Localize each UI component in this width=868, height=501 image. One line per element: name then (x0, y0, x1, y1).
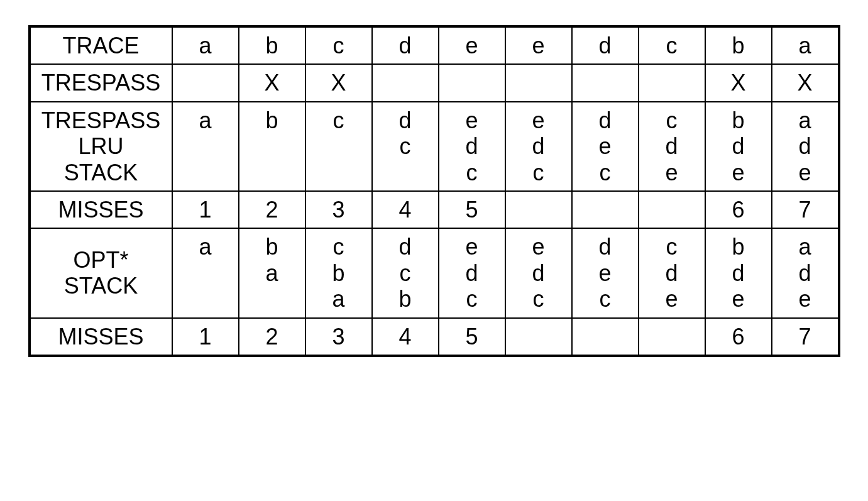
row-label: TRACE (30, 26, 172, 64)
table-row: MISSES1234567 (30, 191, 839, 228)
table-cell: 2 (239, 318, 305, 356)
table-cell (505, 318, 572, 356)
table-cell: a (172, 102, 239, 191)
table-cell: edc (505, 102, 572, 191)
table-cell: c (305, 26, 372, 64)
table-cell (639, 64, 705, 101)
table-cell: 5 (439, 318, 505, 356)
table-cell: X (705, 64, 772, 101)
table-cell: cde (639, 228, 705, 317)
row-label: OPT*STACK (30, 228, 172, 317)
table-cell (572, 64, 639, 101)
table-row: MISSES1234567 (30, 318, 839, 356)
table-cell: 3 (305, 191, 372, 228)
table-cell: ade (772, 102, 839, 191)
table-cell (572, 191, 639, 228)
table-cell: dc (372, 102, 439, 191)
table-cell (172, 64, 239, 101)
table-cell: bde (705, 228, 772, 317)
table-cell: edc (439, 228, 505, 317)
table-cell: 3 (305, 318, 372, 356)
table-cell (372, 64, 439, 101)
table-cell (639, 318, 705, 356)
table-cell: X (772, 64, 839, 101)
table-cell: edc (439, 102, 505, 191)
table-cell: 6 (705, 191, 772, 228)
table-cell: dcb (372, 228, 439, 317)
table-body: TRACEabcdeedcbaTRESPASSXXXXTRESPASSLRUST… (30, 26, 839, 356)
table-cell: X (239, 64, 305, 101)
table-cell (505, 191, 572, 228)
table-cell: 1 (172, 191, 239, 228)
table-cell: c (305, 102, 372, 191)
table-cell: 4 (372, 318, 439, 356)
table-cell: cba (305, 228, 372, 317)
table-row: TRESPASSLRUSTACKabcdcedcedcdeccdebdeade (30, 102, 839, 191)
table-cell (639, 191, 705, 228)
table-cell: 5 (439, 191, 505, 228)
table-row: TRESPASSXXXX (30, 64, 839, 101)
table-cell: 7 (772, 191, 839, 228)
table-cell: d (372, 26, 439, 64)
table-cell: e (505, 26, 572, 64)
table-row: OPT*STACKabacbadcbedcedcdeccdebdeade (30, 228, 839, 317)
table-cell: ba (239, 228, 305, 317)
table-cell: ade (772, 228, 839, 317)
table-cell: b (705, 26, 772, 64)
table-cell: 6 (705, 318, 772, 356)
table-cell: 1 (172, 318, 239, 356)
table-cell: a (772, 26, 839, 64)
table-cell: c (639, 26, 705, 64)
table-cell: e (439, 26, 505, 64)
table-cell: a (172, 228, 239, 317)
table-cell: b (239, 102, 305, 191)
row-label: TRESPASSLRUSTACK (30, 102, 172, 191)
table-cell (505, 64, 572, 101)
table-cell: d (572, 26, 639, 64)
table-row: TRACEabcdeedcba (30, 26, 839, 64)
table-cell (572, 318, 639, 356)
table-cell: dec (572, 228, 639, 317)
table-cell: cde (639, 102, 705, 191)
table-cell: b (239, 26, 305, 64)
table-cell: 4 (372, 191, 439, 228)
table-cell: a (172, 26, 239, 64)
row-label: MISSES (30, 318, 172, 356)
table-cell: 7 (772, 318, 839, 356)
table-cell (439, 64, 505, 101)
table-cell: X (305, 64, 372, 101)
row-label: TRESPASS (30, 64, 172, 101)
table-cell: 2 (239, 191, 305, 228)
table-cell: dec (572, 102, 639, 191)
trace-table: TRACEabcdeedcbaTRESPASSXXXXTRESPASSLRUST… (28, 25, 840, 357)
row-label: MISSES (30, 191, 172, 228)
table-cell: bde (705, 102, 772, 191)
table-cell: edc (505, 228, 572, 317)
